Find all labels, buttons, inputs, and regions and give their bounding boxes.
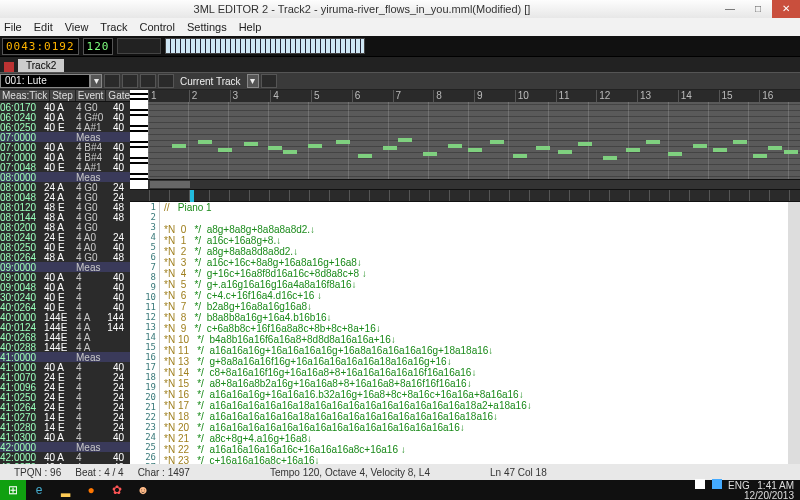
event-row[interactable]: 06:024040 A4 G#040: [0, 112, 130, 122]
piano-scrollbar[interactable]: [148, 179, 800, 189]
taskbar-app-firefox[interactable]: ●: [78, 480, 104, 500]
note[interactable]: [490, 140, 504, 144]
piano-grid[interactable]: [148, 90, 800, 189]
event-row[interactable]: 08:026448 A4 G048: [0, 252, 130, 262]
note[interactable]: [713, 148, 727, 152]
note[interactable]: [513, 154, 527, 158]
menu-view[interactable]: View: [65, 21, 89, 33]
note[interactable]: [423, 152, 437, 156]
midi-keyboard[interactable]: [165, 38, 365, 54]
event-row[interactable]: 06:025040 E4 A#140: [0, 122, 130, 132]
code-area[interactable]: // Piano 1 *N 0 */ a8g+8a8g+8a8a8a8d2.↓ …: [160, 202, 788, 464]
event-row[interactable]: 42:007040 A440: [0, 462, 130, 464]
note[interactable]: [198, 140, 212, 144]
event-row[interactable]: 08:004824 A4 G024: [0, 192, 130, 202]
opt-btn-5[interactable]: [261, 74, 277, 88]
note[interactable]: [784, 150, 798, 154]
event-row[interactable]: 41:025024 E424: [0, 392, 130, 402]
tab-track2[interactable]: Track2: [18, 59, 64, 72]
system-tray[interactable]: ENG 1:41 AM 12/20/2013: [695, 479, 800, 500]
event-row[interactable]: 07:004840 E4 A#140: [0, 162, 130, 172]
note[interactable]: [336, 140, 350, 144]
note[interactable]: [558, 150, 572, 154]
track-mode-dropdown-icon[interactable]: ▾: [247, 74, 259, 88]
minimize-button[interactable]: —: [716, 0, 744, 18]
mml-editor[interactable]: 1234567891011121314151617181920212223242…: [130, 202, 800, 464]
event-row[interactable]: 09:004840 A4 40: [0, 282, 130, 292]
event-row[interactable]: 08:020048 A4 G0: [0, 222, 130, 232]
opt-btn-2[interactable]: [122, 74, 138, 88]
event-list[interactable]: Meas:TickStepEventGateVol/Value 06:01704…: [0, 90, 130, 464]
note[interactable]: [268, 146, 282, 150]
note[interactable]: [626, 148, 640, 152]
event-row[interactable]: 06:017040 A4 G040: [0, 102, 130, 112]
instrument-select[interactable]: 001: Lute: [0, 74, 90, 88]
note[interactable]: [398, 138, 412, 142]
transport-buttons[interactable]: [117, 38, 161, 54]
event-row[interactable]: 41:007024 E424: [0, 372, 130, 382]
note[interactable]: [468, 148, 482, 152]
piano-roll[interactable]: 12345678910111213141516: [130, 90, 800, 190]
note[interactable]: [753, 154, 767, 158]
timeline-ruler[interactable]: [130, 190, 800, 202]
tray-icon[interactable]: [712, 479, 722, 489]
event-row[interactable]: 41:030040 A440: [0, 432, 130, 442]
start-button[interactable]: ⊞: [0, 480, 26, 500]
menu-file[interactable]: File: [4, 21, 22, 33]
note[interactable]: [603, 156, 617, 160]
taskbar-app-ie[interactable]: e: [26, 480, 52, 500]
event-row[interactable]: 41:000040 A440: [0, 362, 130, 372]
menu-track[interactable]: Track: [100, 21, 127, 33]
event-row[interactable]: 40:0000144E4 A144: [0, 312, 130, 322]
menu-settings[interactable]: Settings: [187, 21, 227, 33]
instrument-dropdown-icon[interactable]: ▾: [90, 74, 102, 88]
tray-icon[interactable]: [695, 479, 705, 489]
piano-keys[interactable]: [130, 90, 148, 189]
menu-edit[interactable]: Edit: [34, 21, 53, 33]
opt-btn-1[interactable]: [104, 74, 120, 88]
opt-btn-4[interactable]: [158, 74, 174, 88]
note[interactable]: [308, 144, 322, 148]
event-row[interactable]: 08:014448 A4 G048: [0, 212, 130, 222]
note[interactable]: [358, 154, 372, 158]
windows-taskbar[interactable]: ⊞ e ▂ ● ✿ ☻ ENG 1:41 AM 12/20/2013: [0, 480, 800, 500]
event-row[interactable]: 08:012048 E4 G048: [0, 202, 130, 212]
taskbar-app-explorer[interactable]: ▂: [52, 480, 78, 500]
note[interactable]: [172, 144, 186, 148]
menu-help[interactable]: Help: [239, 21, 262, 33]
note[interactable]: [536, 146, 550, 150]
event-row[interactable]: 09:000040 A4 40: [0, 272, 130, 282]
event-row[interactable]: 40:0268144E4 A: [0, 332, 130, 342]
playhead-marker[interactable]: [190, 190, 194, 202]
note[interactable]: [448, 144, 462, 148]
event-row[interactable]: 40:0124144E4 A144: [0, 322, 130, 332]
editor-scrollbar[interactable]: [788, 202, 800, 464]
note[interactable]: [244, 142, 258, 146]
event-row[interactable]: 09:0000 Meas: [0, 262, 130, 272]
event-row[interactable]: 41:028014 E424: [0, 422, 130, 432]
event-row[interactable]: 07:000040 A4 B#440: [0, 152, 130, 162]
taskbar-app-1[interactable]: ✿: [104, 480, 130, 500]
note[interactable]: [768, 146, 782, 150]
event-row[interactable]: 08:025040 E4 A040: [0, 242, 130, 252]
event-row[interactable]: 08:000024 A4 G024: [0, 182, 130, 192]
event-row[interactable]: 41:0000 Meas: [0, 352, 130, 362]
taskbar-app-2[interactable]: ☻: [130, 480, 156, 500]
note[interactable]: [578, 142, 592, 146]
opt-btn-3[interactable]: [140, 74, 156, 88]
event-row[interactable]: 40:026440 E4 40: [0, 302, 130, 312]
event-row[interactable]: 07:000040 A4 B#440: [0, 142, 130, 152]
event-row[interactable]: 42:000040 A440: [0, 452, 130, 462]
event-row[interactable]: 08:024024 E4 A024: [0, 232, 130, 242]
note[interactable]: [383, 146, 397, 150]
event-row[interactable]: 42:0000 Meas: [0, 442, 130, 452]
note[interactable]: [668, 152, 682, 156]
event-row[interactable]: 08:0000 Meas: [0, 172, 130, 182]
event-row[interactable]: 07:0000 Meas: [0, 132, 130, 142]
menu-control[interactable]: Control: [139, 21, 174, 33]
event-row[interactable]: 41:027014 E424: [0, 412, 130, 422]
note[interactable]: [693, 144, 707, 148]
event-row[interactable]: 30:024040 E4 40: [0, 292, 130, 302]
event-row[interactable]: 41:026424 E424: [0, 402, 130, 412]
note[interactable]: [733, 140, 747, 144]
